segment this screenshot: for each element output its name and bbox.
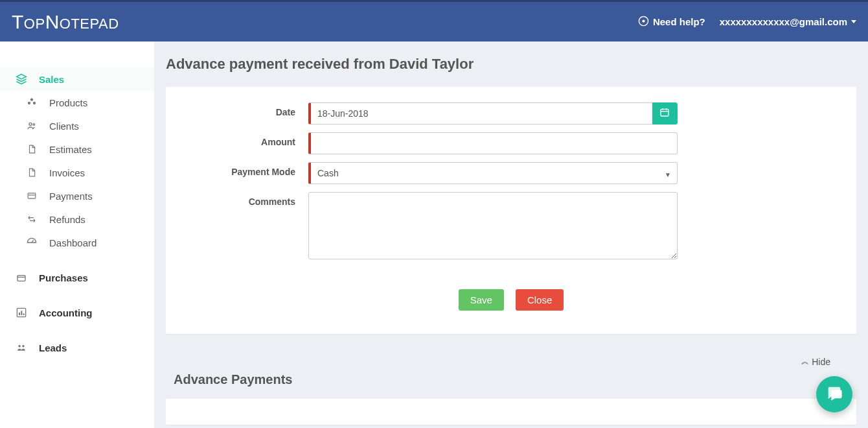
sidebar-item-label: Sales xyxy=(39,74,64,85)
bar-chart-icon xyxy=(16,307,27,318)
sidebar-item-label: Estimates xyxy=(49,144,92,155)
dashboard-icon xyxy=(26,237,38,248)
layers-icon xyxy=(16,73,27,85)
sidebar-item-estimates[interactable]: Estimates xyxy=(0,137,154,161)
card-icon xyxy=(26,190,38,202)
svg-rect-5 xyxy=(28,193,36,198)
help-icon xyxy=(638,16,649,29)
leads-icon xyxy=(16,342,27,353)
form-buttons: Save Close xyxy=(192,289,830,311)
sidebar-item-label: Invoices xyxy=(49,167,85,178)
sidebar-item-label: Accounting xyxy=(39,307,93,318)
svg-rect-12 xyxy=(21,311,22,315)
file-icon xyxy=(26,143,38,155)
amount-input[interactable] xyxy=(308,132,678,154)
row-payment-mode: Payment Mode Cash ▼ xyxy=(192,162,830,184)
sidebar-item-purchases[interactable]: Purchases xyxy=(0,266,154,289)
label-date: Date xyxy=(192,102,308,117)
purchases-icon xyxy=(16,272,27,283)
date-input[interactable] xyxy=(308,102,652,125)
svg-point-15 xyxy=(22,345,25,348)
sidebar-item-leads[interactable]: Leads xyxy=(0,336,154,359)
help-label: Need help? xyxy=(653,16,705,27)
svg-rect-16 xyxy=(661,109,668,116)
advance-payments-card xyxy=(166,399,856,425)
save-button[interactable]: Save xyxy=(459,289,504,311)
page-title: Advance payment received from David Tayl… xyxy=(166,56,856,73)
sidebar-item-accounting[interactable]: Accounting xyxy=(0,301,154,324)
svg-rect-13 xyxy=(23,313,25,315)
chevron-up-icon: ︽ xyxy=(801,356,809,367)
payment-mode-select[interactable]: Cash xyxy=(308,162,678,184)
hide-label: Hide xyxy=(812,357,830,367)
sidebar-item-payments[interactable]: Payments xyxy=(0,184,154,208)
clients-icon xyxy=(26,120,38,132)
svg-point-4 xyxy=(33,124,35,126)
user-menu[interactable]: xxxxxxxxxxxxx@gmail.com xyxy=(720,16,856,27)
sidebar-item-label: Purchases xyxy=(39,272,88,283)
svg-point-1 xyxy=(642,19,645,22)
topbar-right: Need help? xxxxxxxxxxxxx@gmail.com xyxy=(638,16,856,29)
sidebar-item-refunds[interactable]: Refunds xyxy=(0,208,154,231)
comments-textarea[interactable] xyxy=(308,192,678,259)
sidebar-item-clients[interactable]: Clients xyxy=(0,114,154,137)
calendar-icon xyxy=(659,107,670,120)
label-amount: Amount xyxy=(192,132,308,147)
svg-rect-8 xyxy=(17,276,25,281)
row-amount: Amount xyxy=(192,132,830,154)
main-content: Advance payment received from David Tayl… xyxy=(154,42,868,428)
sidebar-item-products[interactable]: Products xyxy=(0,91,154,114)
sidebar-item-label: Leads xyxy=(39,342,67,353)
section-title-advance-payments: Advance Payments xyxy=(166,372,856,387)
invoice-icon xyxy=(26,167,38,178)
label-payment-mode: Payment Mode xyxy=(192,162,308,177)
chat-fab[interactable] xyxy=(816,376,852,412)
svg-point-14 xyxy=(18,345,21,348)
user-email: xxxxxxxxxxxxx@gmail.com xyxy=(720,16,847,27)
chat-icon xyxy=(825,384,843,405)
refunds-icon xyxy=(26,213,38,225)
svg-marker-2 xyxy=(17,75,27,80)
form-card: Date Amount xyxy=(166,87,856,334)
row-date: Date xyxy=(192,102,830,125)
svg-rect-11 xyxy=(19,313,20,315)
help-button[interactable]: Need help? xyxy=(638,16,705,29)
date-picker-button[interactable] xyxy=(652,102,678,125)
sidebar: Sales Products Clients Estimates Invoice… xyxy=(0,42,154,428)
chevron-down-icon xyxy=(851,20,856,23)
sidebar-item-invoices[interactable]: Invoices xyxy=(0,161,154,184)
cubes-icon xyxy=(26,97,38,108)
sidebar-item-label: Refunds xyxy=(49,214,86,225)
svg-point-3 xyxy=(29,123,32,125)
label-comments: Comments xyxy=(192,192,308,207)
sidebar-item-label: Payments xyxy=(49,191,93,202)
logo[interactable]: TopNotepad xyxy=(12,11,119,33)
hide-toggle[interactable]: ︽ Hide xyxy=(801,356,830,367)
sidebar-item-dashboard[interactable]: Dashboard xyxy=(0,231,154,254)
lower-panel-header: ︽ Hide xyxy=(166,356,856,367)
page-body: Sales Products Clients Estimates Invoice… xyxy=(0,42,868,428)
topbar: TopNotepad Need help? xxxxxxxxxxxxx@gmai… xyxy=(0,0,868,42)
sidebar-item-label: Products xyxy=(49,97,87,108)
sidebar-item-label: Clients xyxy=(49,121,79,132)
row-comments: Comments xyxy=(192,192,830,262)
close-button[interactable]: Close xyxy=(516,289,564,311)
sidebar-item-sales[interactable]: Sales xyxy=(0,67,154,91)
sidebar-item-label: Dashboard xyxy=(49,237,97,248)
